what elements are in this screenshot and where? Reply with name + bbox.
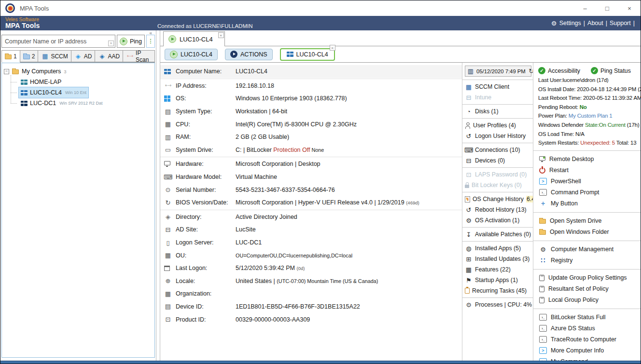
folder-yellow-icon (5, 54, 12, 59)
text-segment: 192.168.10.18 (236, 82, 274, 89)
subtab-actions[interactable]: ACTIONS (225, 49, 273, 60)
ping-button[interactable]: Ping (117, 35, 145, 48)
sccm-client-button[interactable]: ▦SCCM Client (465, 81, 531, 92)
user-profiles-4-button[interactable]: User Profiles (4) (465, 120, 531, 131)
disks-icon: ◔ (465, 108, 473, 115)
menu-item-about[interactable]: About (587, 20, 603, 27)
info-label: Hardware: (176, 161, 236, 167)
separator (462, 192, 533, 192)
installed-apps-5-button[interactable]: ◍Installed Apps (5) (465, 243, 531, 254)
local-group-policy-button[interactable]: Local Group Policy (538, 295, 641, 306)
sccm-client-icon: ▦ (465, 83, 473, 91)
powershell-button[interactable]: >PowerShell (538, 176, 641, 187)
app-logo-core (9, 7, 12, 10)
refresh-icon[interactable]: ↻ (528, 67, 533, 75)
tree-item-label: LUC10-CL4 (30, 89, 62, 96)
my-button-button[interactable]: +My Button (538, 198, 641, 209)
os-change-history-button[interactable]: ↯OS Change History6.4 (465, 194, 531, 204)
logon-user-history-button[interactable]: ↺Logon User History (465, 131, 531, 141)
sidebar-tab-ad[interactable]: ◈AD (71, 50, 96, 62)
tree-item-luc10cl4[interactable]: LUC10-CL4Win 10 Ent (19, 87, 88, 98)
sidebar-tab-sccm[interactable]: ▦SCCM (38, 50, 71, 62)
tree-item-homelap[interactable]: HOME-LAP (19, 77, 63, 87)
separator (160, 157, 462, 157)
sidebar-tab-2[interactable]: 2 (20, 50, 39, 62)
bitlocker-status-full-button[interactable]: ›_BitLocker Status Full (538, 312, 641, 323)
more-computer-info-button[interactable]: >More Computer Info (538, 345, 641, 356)
close-tab-icon[interactable]: × (330, 45, 335, 51)
disks-1-button[interactable]: ◔Disks (1) (465, 106, 531, 117)
panel-splitter[interactable] (156, 30, 160, 361)
minimize-button[interactable]: – (574, 0, 596, 16)
recurring-tasks-45-button[interactable]: Recurring Tasks (45) (465, 285, 531, 296)
tree-item-lucdc1[interactable]: LUC-DC1Win SRV 2012 R2 Dat (19, 98, 105, 108)
command-prompt-button[interactable]: ›_Command Prompt (538, 187, 641, 198)
sidebar-tab-ip-scan[interactable]: ‹⋯›IP Scan (123, 50, 155, 62)
snapshot-datetime[interactable]: ▥ 05/12/2020 7:49 PM ↻ (465, 66, 531, 77)
info-label: OS: (176, 95, 236, 102)
status-badges: ✓Accessibility✓Ping Status (538, 66, 641, 76)
devices-0-button[interactable]: ⊟Devices (0) (465, 155, 531, 166)
text-segment: United States | (236, 278, 277, 284)
remote-desktop-button[interactable]: Remote Desktop (538, 154, 641, 165)
tree-expander-icon[interactable]: − (4, 69, 9, 74)
aad-icon: ◈ (98, 53, 106, 60)
sidebar-tab-aad[interactable]: ◈AAD (95, 50, 123, 62)
installed-updates-3-button[interactable]: ⊞Installed Updates (3) (465, 254, 531, 264)
status-line: Last User:lucerne\ddron (17d) (538, 76, 641, 85)
maximize-button[interactable]: □ (596, 0, 618, 16)
features-icon: ▦ (465, 266, 473, 273)
subtab-luc10cl4[interactable]: LUC10-CL4 (165, 49, 218, 60)
document-tabstrip: LUC10-CL4 × (160, 30, 641, 46)
tree-root-my-computers[interactable]: − My Computers 3 (4, 66, 153, 77)
status-badge-label: Accessibility (548, 67, 580, 74)
update-group-policy-settings-button[interactable]: Update Group Policy Settings (538, 272, 641, 283)
tab-label: AAD (108, 53, 120, 60)
clear-search-icon[interactable]: × (108, 40, 114, 46)
options-dots-icon[interactable]: ⋮ (146, 35, 155, 48)
traceroute-to-computer-button[interactable]: ›_TraceRoute to Computer (538, 334, 641, 345)
bitlocker-keys-icon (465, 185, 469, 188)
sidebar-tab-1[interactable]: 1 (1, 50, 20, 63)
features-22-button[interactable]: ▦Features (22) (465, 264, 531, 275)
document-tab-luc10-cl4[interactable]: LUC10-CL4 × (163, 31, 225, 46)
close-tab-icon[interactable]: × (218, 32, 224, 38)
button-label: Restart (549, 167, 569, 174)
server-icon (21, 101, 28, 106)
text-segment: (17h) (626, 122, 640, 128)
search-input[interactable] (1, 35, 115, 48)
os-activation-1-button[interactable]: ⚙OS Activation (1) (465, 215, 531, 226)
button-label: Logon User History (475, 133, 526, 139)
startup-apps-1-button[interactable]: ⚑Startup Apps (1) (465, 275, 531, 285)
separator (462, 167, 533, 168)
processes-cpu-4-button[interactable]: ⚙Processes | CPU: 4% (465, 299, 531, 310)
menu-item-settings[interactable]: Settings (559, 20, 581, 27)
close-button[interactable]: × (618, 0, 641, 16)
my-command-button[interactable]: >My Command (538, 356, 641, 361)
window-bottom-edge (0, 361, 641, 364)
open-windows-folder-button[interactable]: Open Windows Folder (538, 227, 641, 238)
ping-button-label: Ping (130, 38, 142, 45)
collapse-panel-button[interactable]: « (149, 30, 152, 36)
actions-icon (230, 51, 237, 58)
link-text[interactable]: My Custom Plan 1 (569, 113, 613, 119)
connections-10-button[interactable]: ⌨Connections (10) (465, 145, 531, 155)
info-row-icon-wrap: ▦ (164, 121, 176, 128)
restart-button[interactable]: Restart (538, 165, 641, 176)
separator (160, 79, 462, 79)
reboot-history-13-button[interactable]: ↺Reboot History (13) (465, 204, 531, 215)
text-segment: No (580, 104, 587, 110)
menu-item-support[interactable]: Support (610, 20, 631, 27)
button-label: Features (22) (475, 266, 511, 273)
info-row-icon-wrap: ↻ (164, 199, 176, 206)
azure-ds-status-button[interactable]: ›_Azure DS Status (538, 323, 641, 334)
open-system-drive-button[interactable]: Open System Drive (538, 216, 641, 227)
document-tab-label: LUC10-CL4 (180, 36, 213, 43)
logon-history-icon: ↺ (465, 133, 473, 140)
resultant-set-of-policy-button[interactable]: Resultant Set of Policy (538, 283, 641, 295)
computer-management-button[interactable]: ⚙Computer Management (538, 244, 641, 255)
connections-icon: ⌨ (465, 147, 473, 154)
active-subtab-luc10cl4[interactable]: LUC10-CL4× (280, 48, 335, 61)
available-patches-0-button[interactable]: ↧Available Patches (0) (465, 229, 531, 240)
registry-button[interactable]: ∷Registry (538, 255, 641, 266)
